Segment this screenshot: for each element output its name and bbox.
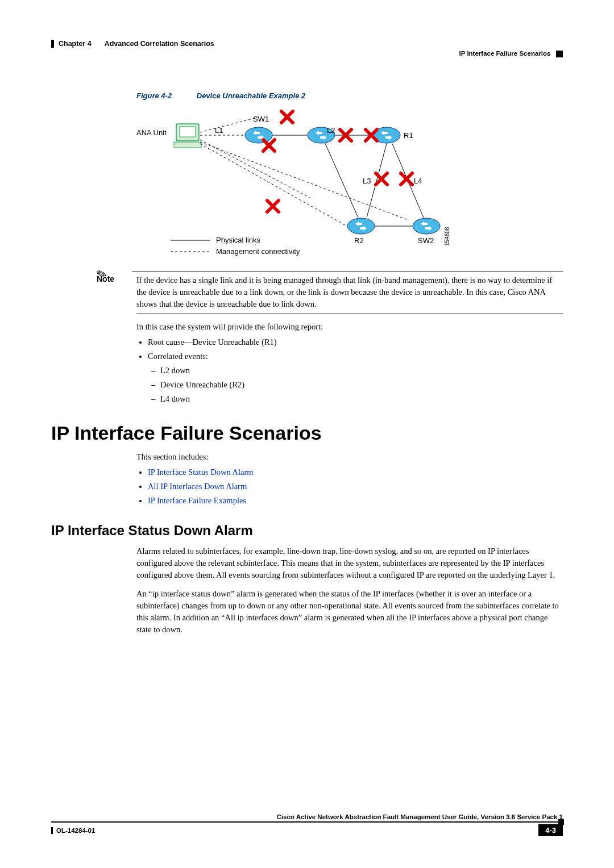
section-breadcrumb: IP Interface Failure Scenarios <box>459 50 551 57</box>
list-item: Correlated events: L2 down Device Unreac… <box>148 350 563 405</box>
x-icon <box>263 140 275 151</box>
xref-link[interactable]: IP Interface Status Down Alarm <box>148 468 254 477</box>
paragraph: An “ip interface status down” alarm is g… <box>136 588 563 636</box>
l3-label: L3 <box>363 177 371 185</box>
guide-title: Cisco Active Network Abstraction Fault M… <box>51 813 563 820</box>
sw2-label: SW2 <box>418 236 434 245</box>
list-item: All IP Interfaces Down Alarm <box>148 481 563 493</box>
legend-mgmt: Management connectivity <box>216 247 300 256</box>
figure-label: Figure 4-2 <box>136 91 172 100</box>
page-footer: Cisco Active Network Abstraction Fault M… <box>51 813 563 836</box>
figure-caption: Figure 4-2 Device Unreachable Example 2 <box>136 91 563 100</box>
report-intro: In this case the system will provide the… <box>136 321 563 333</box>
svg-rect-1 <box>180 127 196 137</box>
correlated-label: Correlated events: <box>148 352 208 361</box>
r2-node <box>347 218 375 234</box>
list-item: L4 down <box>160 393 563 405</box>
x-icon <box>376 173 387 185</box>
legend-physical: Physical links <box>216 236 261 244</box>
figure-id: 154608 <box>444 227 450 246</box>
sw1-node <box>245 127 272 143</box>
r1-label: R1 <box>404 131 413 140</box>
doc-id: OL-14284-01 <box>56 827 95 834</box>
r2-label: R2 <box>354 236 364 245</box>
paragraph: Alarms related to subinterfaces, for exa… <box>136 545 563 581</box>
section-intro: This section includes: <box>136 451 563 463</box>
header-mark-right <box>556 51 563 57</box>
note-text: If the device has a single link and it i… <box>136 274 563 314</box>
note-block: ✎ Note If the device has a single link a… <box>97 272 563 314</box>
svg-point-18 <box>413 218 440 234</box>
sw2-node <box>413 218 440 234</box>
section-heading: IP Interface Failure Scenarios <box>51 422 563 444</box>
x-icon <box>401 173 412 185</box>
sw1-label: SW1 <box>253 115 269 123</box>
l1-label: L1 <box>215 126 223 135</box>
list-item: Root cause—Device Unreachable (R1) <box>148 336 563 348</box>
chapter-label: Chapter 4 <box>59 40 92 48</box>
x-icon <box>281 111 293 123</box>
footer-mark <box>51 827 53 834</box>
xref-link[interactable]: All IP Interfaces Down Alarm <box>148 482 247 491</box>
report-body: In this case the system will provide the… <box>136 321 563 405</box>
svg-point-17 <box>347 218 375 234</box>
svg-line-6 <box>200 144 347 226</box>
page-header: Chapter 4 Advanced Correlation Scenarios… <box>51 40 563 57</box>
svg-line-10 <box>324 141 358 218</box>
x-icon <box>267 201 279 212</box>
l4-label: L4 <box>414 177 422 185</box>
svg-point-14 <box>245 127 272 143</box>
list-item: IP Interface Status Down Alarm <box>148 466 563 478</box>
page-number: 4-3 <box>538 824 563 836</box>
list-item: Device Unreachable (R2) <box>160 379 563 391</box>
ana-unit-icon <box>174 124 201 148</box>
l2-label: L2 <box>327 126 335 135</box>
xref-link[interactable]: IP Interface Failure Examples <box>148 496 246 505</box>
ana-unit-label: ANA Unit <box>136 128 167 137</box>
chapter-title: Advanced Correlation Scenarios <box>105 40 214 48</box>
list-item: IP Interface Failure Examples <box>148 495 563 507</box>
list-item: L2 down <box>160 365 563 377</box>
svg-line-5 <box>200 140 310 198</box>
subsection-heading: IP Interface Status Down Alarm <box>51 523 563 539</box>
svg-rect-2 <box>174 142 201 148</box>
header-mark-left <box>51 40 54 48</box>
figure-title: Device Unreachable Example 2 <box>197 91 306 100</box>
network-diagram: ANA Unit SW1 <box>136 107 466 260</box>
